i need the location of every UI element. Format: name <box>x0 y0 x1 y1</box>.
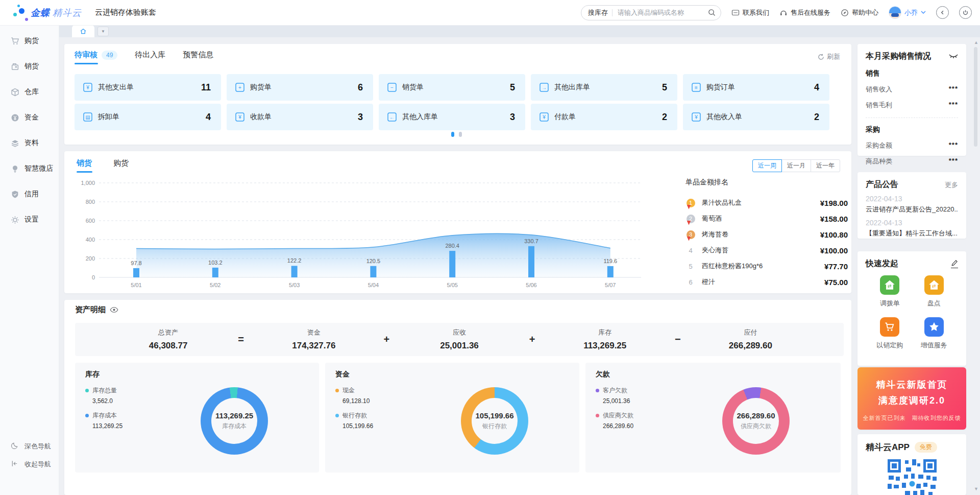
todo-card[interactable]: +购货单6 <box>227 74 373 101</box>
compass-icon <box>841 9 849 17</box>
scrollbar-down-arrow[interactable]: ▼ <box>974 486 978 491</box>
ranking-item[interactable]: 3烤海苔卷¥100.80 <box>685 229 848 240</box>
subcard-title: 欠款 <box>596 370 610 379</box>
sidebar-item-settings[interactable]: 设置 <box>0 210 59 229</box>
nav-contact[interactable]: 联系我们 <box>731 8 769 17</box>
todo-card[interactable]: ¥其他支出单11 <box>75 74 221 101</box>
inventory-donut: 113,269.25库存成本 <box>201 387 268 455</box>
ranking-item[interactable]: 4夹心海苔¥100.00 <box>685 245 848 256</box>
scrollbar-thumb[interactable] <box>974 47 977 147</box>
todo-card[interactable]: ¥付款单2 <box>531 104 677 130</box>
edit-pencil-icon[interactable] <box>951 260 958 268</box>
ranking-item[interactable]: 5西红柿意粉酱190g*6¥77.70 <box>685 261 848 272</box>
sidebar-toggle-collapse-nav[interactable]: 收起导航 <box>0 455 59 473</box>
product-announcements-card: 产品公告 更多 2022-04-13云进销存产品更新公告_20220...202… <box>857 172 966 239</box>
quick-action-stocktake[interactable]: ⇄盘点 <box>924 275 944 308</box>
ranking-price: ¥77.70 <box>824 262 848 271</box>
inventory-search[interactable]: 搜库存 <box>581 5 721 20</box>
scrollbar-up-arrow[interactable]: ▲ <box>974 40 978 45</box>
announcement-item[interactable]: 2022-04-13【重要通知】精斗云工作台域... <box>857 219 966 238</box>
sidebar-item-sale[interactable]: 销货 <box>0 57 59 76</box>
todo-card-count: 3 <box>510 112 515 123</box>
quick-action-value-service[interactable]: 增值服务 <box>921 317 947 350</box>
announcements-more-link[interactable]: 更多 <box>945 180 958 190</box>
ranking-price: ¥100.80 <box>820 230 848 239</box>
app-logo[interactable]: 金蝶 精斗云 <box>11 2 82 23</box>
ranking-product-name: 烤海苔卷 <box>702 230 820 239</box>
range-button-1[interactable]: 近一月 <box>781 159 811 172</box>
ranking-product-name: 葡萄酒 <box>702 214 820 223</box>
formula-value: 113,269.25 <box>543 341 668 351</box>
eye-closed-icon[interactable] <box>949 54 958 59</box>
ranking-title: 单品金额排名 <box>685 178 848 187</box>
legend-label: 客户欠款 <box>603 386 627 395</box>
ranking-rank: 2 <box>685 215 696 223</box>
sidebar-item-micro-shop[interactable]: 智慧微店 <box>0 159 59 178</box>
todo-tab-2[interactable]: 预警信息 <box>183 50 213 64</box>
bill-icon: − <box>387 82 397 92</box>
sidebar-item-purchase[interactable]: 购货 <box>0 31 59 51</box>
monthly-row-value: *** <box>949 157 958 166</box>
app-download-card: 精斗云APP 免费 <box>857 434 966 495</box>
todo-card-count: 6 <box>358 82 363 93</box>
todo-card[interactable]: ≡购货订单4 <box>683 74 829 101</box>
formula-label: 资金 <box>251 328 376 337</box>
nav-after-sales[interactable]: 售后在线服务 <box>779 8 830 17</box>
search-input[interactable] <box>617 8 708 17</box>
sidebar-item-label: 资料 <box>24 138 39 148</box>
back-button[interactable] <box>936 6 949 19</box>
range-button-0[interactable]: 近一周 <box>752 159 782 172</box>
formula-item: 资金174,327.76 <box>251 328 376 351</box>
svg-text:0: 0 <box>92 274 95 280</box>
logo-product: 精斗云 <box>53 7 82 19</box>
todo-card[interactable]: ¥收款单3 <box>227 104 373 130</box>
nav-help[interactable]: 帮助中心 <box>841 8 878 17</box>
search-scope-label[interactable]: 搜库存 <box>588 8 608 17</box>
todo-card[interactable]: ←其他入库单3 <box>379 104 525 130</box>
sidebar-item-warehouse[interactable]: 仓库 <box>0 82 59 102</box>
ranking-item[interactable]: 6橙汁¥75.00 <box>685 276 848 288</box>
user-menu[interactable]: 小乔 <box>889 6 926 19</box>
todo-card[interactable]: ▤拆卸单4 <box>75 104 221 130</box>
quick-action-label: 调拨单 <box>880 299 900 308</box>
todo-tab-1[interactable]: 待出入库 <box>135 50 165 64</box>
announcement-item[interactable]: 2022-04-13云进销存产品更新公告_20220... <box>857 195 966 214</box>
todo-card[interactable]: −销货单5 <box>379 74 525 101</box>
search-icon[interactable] <box>708 9 716 16</box>
svg-text:5/05: 5/05 <box>447 282 457 288</box>
quick-action-transfer-order[interactable]: ⇄调拨单 <box>880 275 900 308</box>
sidebar-item-credit[interactable]: 信用 <box>0 184 59 204</box>
power-button[interactable] <box>959 6 972 19</box>
todo-card[interactable]: →其他出库单5 <box>531 74 677 101</box>
todo-card-count: 4 <box>814 82 819 93</box>
donut-center-value: 266,289.60 <box>737 411 775 420</box>
sidebar-item-funds[interactable]: 资金 <box>0 108 59 127</box>
carousel-dot-1[interactable] <box>451 132 454 137</box>
ranking-item[interactable]: 1果汁饮品礼盒¥198.00 <box>685 197 848 208</box>
svg-text:¥: ¥ <box>238 114 241 120</box>
sidebar-item-data[interactable]: 资料 <box>0 133 59 153</box>
svg-text:▤: ▤ <box>85 114 90 120</box>
svg-text:97.8: 97.8 <box>131 260 141 266</box>
home-tab[interactable] <box>72 25 94 37</box>
carousel-dot-2[interactable] <box>459 132 462 137</box>
logo-dots-icon <box>11 2 31 23</box>
tab-dropdown[interactable]: ▼ <box>97 27 109 36</box>
ranking-item[interactable]: 2葡萄酒¥158.00 <box>685 213 848 224</box>
sidebar-toggle-dark-nav[interactable]: 深色导航 <box>0 437 59 455</box>
trend-tab-sales[interactable]: 销货 <box>77 158 92 173</box>
quick-action-purchase-by-sale[interactable]: 以销定购 <box>876 317 903 350</box>
todo-tab-0[interactable]: 待审核49 <box>75 50 117 64</box>
range-button-2[interactable]: 近一年 <box>811 159 840 172</box>
trend-tab-purchase[interactable]: 购货 <box>113 158 129 173</box>
todo-card-count: 5 <box>662 82 667 93</box>
monthly-row-label: 商品种类 <box>866 157 892 166</box>
refresh-button[interactable]: 刷新 <box>818 52 840 61</box>
todo-card[interactable]: ¥其他收入单2 <box>683 104 829 130</box>
legend-value: 266,289.60 <box>603 422 633 430</box>
survey-banner[interactable]: 精斗云新版首页 满意度调研2.0 全新首页已到来 期待收到您的反馈 <box>857 367 966 430</box>
nav-after-sales-label: 售后在线服务 <box>791 8 830 17</box>
formula-value: 174,327.76 <box>251 341 376 351</box>
eye-open-icon[interactable] <box>110 307 118 313</box>
banner-line2: 满意度调研2.0 <box>857 394 966 407</box>
